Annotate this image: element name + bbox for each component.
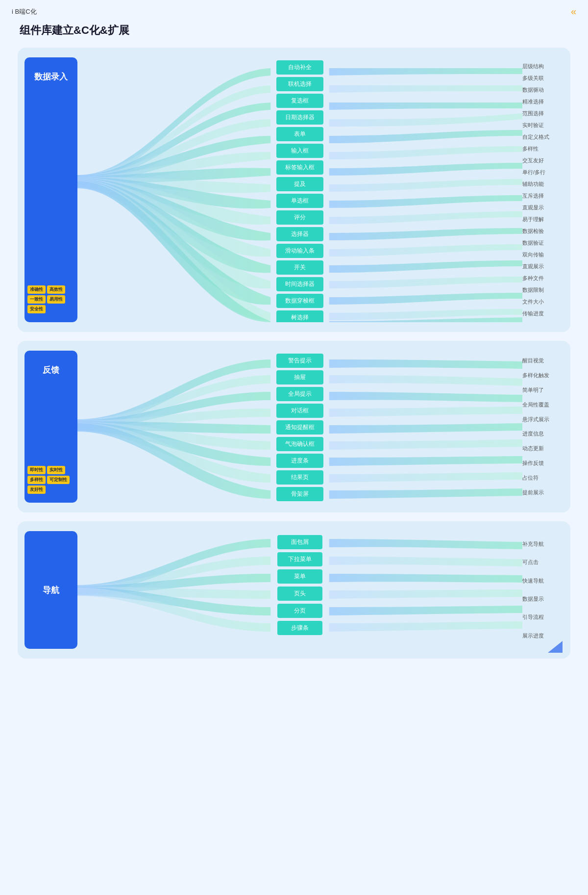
tag-realtime: 实时性 bbox=[47, 466, 65, 474]
tag-security: 安全性 bbox=[27, 305, 46, 313]
feature-opfeedback: 操作反馈 bbox=[522, 460, 563, 467]
category-label-data-entry: 数据录入 bbox=[34, 71, 68, 82]
comp-btn-form: 表单 bbox=[276, 127, 323, 141]
comp-btn-skeleton: 骨架屏 bbox=[276, 487, 323, 501]
feature-datadriven: 数据驱动 bbox=[522, 86, 563, 94]
feature-dynamic: 动态更新 bbox=[522, 445, 563, 452]
feature-preshow: 提前展示 bbox=[522, 489, 563, 496]
comp-btn-autocomplete: 自动补全 bbox=[276, 60, 323, 75]
feature-visual: 直观显示 bbox=[522, 204, 563, 211]
tag-usability: 易用性 bbox=[47, 295, 65, 304]
components-col-navigation: 面包屑 下拉菜单 菜单 页头 分页 步骤条 bbox=[277, 531, 322, 639]
section-feedback: 反馈 即时性 实时性 多样性 可定制性 友好性 bbox=[18, 341, 570, 512]
flow-area-navigation: 面包屑 下拉菜单 菜单 页头 分页 步骤条 bbox=[77, 531, 522, 649]
comp-btn-dropdown: 下拉菜单 bbox=[277, 552, 322, 566]
comp-btn-popconfirm: 气泡确认框 bbox=[276, 437, 323, 451]
feature-interactive: 交互友好 bbox=[522, 157, 563, 164]
tag-diverse2: 多样性 bbox=[27, 476, 46, 484]
comp-btn-result: 结果页 bbox=[276, 470, 323, 485]
tag-customizable: 可定制性 bbox=[47, 476, 70, 484]
feature-eyecatch: 醒目视觉 bbox=[522, 357, 563, 364]
tags-feedback: 即时性 实时性 多样性 可定制性 友好性 bbox=[27, 466, 74, 494]
tags-data-entry: 准确性 高效性 一致性 易用性 安全性 bbox=[27, 285, 74, 313]
components-col-feedback: 警告提示 抽屉 全局提示 对话框 通知提醒框 气泡确认框 进度条 结果页 骨架屏 bbox=[276, 351, 323, 503]
feature-diverse: 多样性 bbox=[522, 145, 563, 153]
feature-range: 范围选择 bbox=[522, 110, 563, 117]
section-navigation: 导航 bbox=[18, 521, 570, 659]
feature-quicknav: 快速导航 bbox=[522, 577, 563, 585]
flow-area-data-entry: 自动补全 联机选择 复选框 日期选择器 表单 输入框 标签输入框 提及 单选框 … bbox=[77, 57, 522, 322]
feature-multiline: 单行/多行 bbox=[522, 169, 563, 176]
components-col-data-entry: 自动补全 联机选择 复选框 日期选择器 表单 输入框 标签输入框 提及 单选框 … bbox=[276, 57, 323, 322]
feature-realtime: 实时验证 bbox=[522, 122, 563, 129]
comp-btn-taginput: 标签输入框 bbox=[276, 160, 323, 175]
feature-hierarchy: 层级结构 bbox=[522, 63, 563, 70]
tag-friendly: 友好性 bbox=[27, 486, 46, 494]
section-data-entry: 数据录入 准确性 高效性 一致性 易用性 安全性 bbox=[18, 48, 570, 332]
feature-custom: 自定义格式 bbox=[522, 133, 563, 141]
feature-global: 全局性覆盖 bbox=[522, 401, 563, 409]
arrow-icon: « bbox=[571, 6, 576, 17]
flow-area-feedback: 警告提示 抽屉 全局提示 对话框 通知提醒框 气泡确认框 进度条 结果页 骨架屏 bbox=[77, 351, 522, 503]
feature-guide: 引导流程 bbox=[522, 614, 563, 621]
comp-btn-breadcrumb: 面包屑 bbox=[277, 535, 322, 549]
comp-btn-slider: 滑动输入条 bbox=[276, 244, 323, 258]
comp-btn-modal: 对话框 bbox=[276, 404, 323, 418]
category-block-data-entry: 数据录入 准确性 高效性 一致性 易用性 安全性 bbox=[24, 57, 77, 322]
feature-trigger: 多样化触发 bbox=[522, 372, 563, 379]
feature-placeholder: 占位符 bbox=[522, 474, 563, 482]
feature-exclusive: 互斥选择 bbox=[522, 192, 563, 200]
features-col-feedback: 醒目视觉 多样化触发 简单明了 全局性覆盖 悬浮式展示 进度信息 动态更新 操作… bbox=[522, 351, 563, 503]
comp-btn-transfer: 数据穿梭框 bbox=[276, 294, 323, 308]
comp-btn-radio: 单选框 bbox=[276, 194, 323, 208]
feature-multifile: 多种文件 bbox=[522, 275, 563, 282]
comp-btn-input: 输入框 bbox=[276, 144, 323, 158]
feature-understand: 易于理解 bbox=[522, 216, 563, 223]
feature-supplement: 补充导航 bbox=[522, 540, 563, 548]
tag-consistency: 一致性 bbox=[27, 295, 46, 304]
comp-btn-notification: 通知提醒框 bbox=[276, 420, 323, 435]
comp-btn-timepicker: 时间选择器 bbox=[276, 277, 323, 291]
feature-float: 悬浮式展示 bbox=[522, 416, 563, 423]
category-label-navigation: 导航 bbox=[43, 585, 59, 596]
logo-text: i B端C化 bbox=[12, 7, 37, 16]
feature-clickable: 可点击 bbox=[522, 559, 563, 566]
category-label-feedback: 反馈 bbox=[43, 364, 59, 376]
category-block-navigation: 导航 bbox=[24, 531, 77, 649]
comp-btn-pagination: 分页 bbox=[277, 604, 322, 618]
feature-multilevel: 多级关联 bbox=[522, 75, 563, 82]
comp-btn-progress: 进度条 bbox=[276, 454, 323, 468]
feature-datalimit: 数据限制 bbox=[522, 286, 563, 294]
svg-marker-0 bbox=[548, 641, 563, 653]
features-col-navigation: 补充导航 可点击 快速导航 数据显示 引导流程 展示进度 bbox=[522, 531, 563, 649]
feature-bidir: 双向传输 bbox=[522, 251, 563, 258]
comp-btn-switch: 开关 bbox=[276, 260, 323, 275]
comp-btn-drawer: 抽屉 bbox=[276, 370, 323, 384]
feature-precise: 精准选择 bbox=[522, 98, 563, 105]
feature-showprogress: 展示进度 bbox=[522, 632, 563, 639]
tag-efficiency: 高效性 bbox=[47, 285, 65, 294]
feature-progressinfo: 进度信息 bbox=[522, 430, 563, 437]
feature-simple: 简单明了 bbox=[522, 386, 563, 394]
comp-btn-steps: 步骤条 bbox=[277, 621, 322, 635]
tag-accuracy: 准确性 bbox=[27, 285, 46, 294]
feature-datacheck: 数据检验 bbox=[522, 228, 563, 235]
comp-btn-cascader: 联机选择 bbox=[276, 77, 323, 91]
main-content: 数据录入 准确性 高效性 一致性 易用性 安全性 bbox=[0, 48, 588, 687]
comp-btn-pagehead: 页头 bbox=[277, 587, 322, 601]
feature-datavalidate: 数据验证 bbox=[522, 239, 563, 247]
comp-btn-message: 全局提示 bbox=[276, 387, 323, 401]
page-title: 组件库建立&C化&扩展 bbox=[0, 21, 588, 48]
category-block-feedback: 反馈 即时性 实时性 多样性 可定制性 友好性 bbox=[24, 351, 77, 503]
comp-btn-select: 选择器 bbox=[276, 227, 323, 241]
comp-btn-mention: 提及 bbox=[276, 177, 323, 191]
arrow-indicator bbox=[548, 641, 563, 653]
comp-btn-alert: 警告提示 bbox=[276, 354, 323, 368]
feature-show: 直观展示 bbox=[522, 263, 563, 270]
features-col-data-entry: 层级结构 多级关联 数据驱动 精准选择 范围选择 实时验证 自定义格式 多样性 … bbox=[522, 57, 563, 322]
comp-btn-checkbox: 复选框 bbox=[276, 94, 323, 108]
top-bar: i B端C化 « bbox=[0, 0, 588, 21]
comp-btn-menu: 菜单 bbox=[277, 569, 322, 584]
feature-assist: 辅助功能 bbox=[522, 180, 563, 188]
tag-instant: 即时性 bbox=[27, 466, 46, 474]
